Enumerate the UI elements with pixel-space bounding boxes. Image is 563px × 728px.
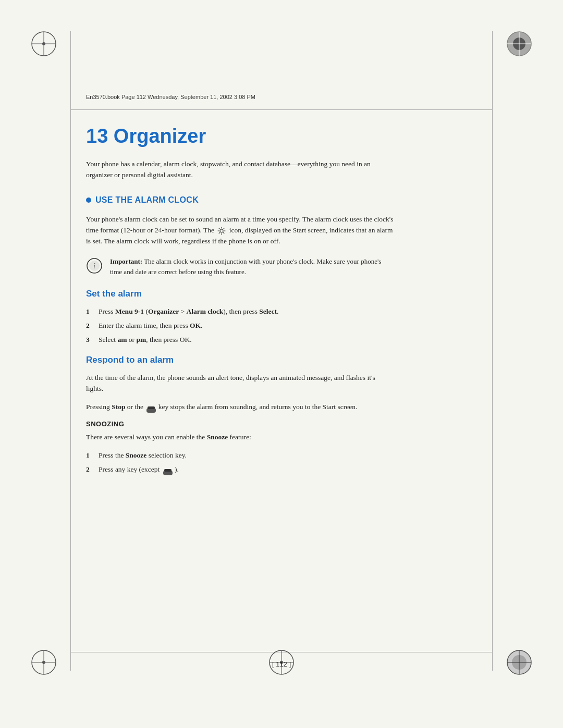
snooze-step-2-num: 2	[86, 464, 93, 475]
subsection-respond-alarm-heading: Respond to an alarm	[86, 355, 477, 365]
respond-body2-post: key stops the alarm from sounding, and r…	[158, 403, 358, 411]
important-icon: i	[86, 257, 103, 276]
step-1-text: Press Menu 9-1 (Organizer > Alarm clock)…	[99, 306, 477, 317]
corner-mark-br	[506, 649, 533, 676]
snooze-step-1-num: 1	[86, 450, 93, 461]
chapter-title-text: Organizer	[114, 125, 206, 147]
snooze-step-1-text: Press the Snooze selection key.	[99, 450, 477, 461]
snoozing-heading: SNOOZING	[86, 420, 477, 428]
important-label: Important:	[110, 257, 142, 265]
important-box: i Important: The alarm clock works in co…	[86, 256, 394, 277]
step-2: 2 Enter the alarm time, then press OK.	[86, 320, 477, 331]
respond-body2-pre: Pressing Stop or the	[86, 403, 145, 411]
intro-paragraph: Your phone has a calendar, alarm clock, …	[86, 159, 388, 181]
phone-end-key-icon	[146, 404, 155, 411]
page-number: [ 112 ]	[272, 660, 291, 668]
phone-end-key-icon-2	[163, 466, 172, 474]
content-area: 13 Organizer Your phone has a calendar, …	[86, 125, 477, 645]
important-body: The alarm clock works in conjunction wit…	[110, 257, 381, 276]
svg-rect-25	[148, 406, 155, 409]
step-1-num: 1	[86, 306, 93, 317]
page: En3570.book Page 112 Wednesday, Septembe…	[0, 0, 563, 728]
snooze-step-2-text: Press any key (except ).	[99, 464, 477, 475]
step-3-text: Select am or pm, then press OK.	[99, 335, 477, 346]
page-header: En3570.book Page 112 Wednesday, Septembe…	[86, 94, 477, 100]
snooze-step-2: 2 Press any key (except ).	[86, 464, 477, 475]
bullet-dot	[86, 198, 91, 203]
respond-body2: Pressing Stop or the key stops the alarm…	[86, 402, 394, 413]
snooze-step-1: 1 Press the Snooze selection key.	[86, 450, 477, 461]
step-2-text: Enter the alarm time, then press OK.	[99, 320, 477, 331]
vline-left	[70, 31, 71, 671]
chapter-number: 13	[86, 125, 108, 147]
svg-point-20	[220, 229, 223, 232]
step-2-num: 2	[86, 320, 93, 331]
chapter-title: 13 Organizer	[86, 125, 477, 147]
corner-mark-tr	[506, 30, 533, 57]
respond-body1: At the time of the alarm, the phone soun…	[86, 373, 394, 394]
svg-rect-27	[164, 469, 172, 472]
step-3: 3 Select am or pm, then press OK.	[86, 335, 477, 346]
step-1: 1 Press Menu 9-1 (Organizer > Alarm cloc…	[86, 306, 477, 317]
header-text: En3570.book Page 112 Wednesday, Septembe…	[86, 94, 255, 100]
svg-text:i: i	[93, 262, 95, 270]
corner-mark-tl	[30, 30, 57, 57]
snoozing-intro: There are several ways you can enable th…	[86, 432, 394, 443]
subsection-set-alarm-heading: Set the alarm	[86, 289, 477, 299]
header-line	[70, 109, 493, 110]
section-heading-text: USE THE ALARM CLOCK	[95, 195, 199, 205]
set-alarm-steps: 1 Press Menu 9-1 (Organizer > Alarm cloc…	[86, 306, 477, 346]
gear-icon	[217, 225, 226, 236]
step-3-num: 3	[86, 335, 93, 346]
corner-mark-bl	[30, 649, 57, 676]
important-text: Important: The alarm clock works in conj…	[110, 256, 394, 277]
section-body-text: Your phone's alarm clock can be set to s…	[86, 214, 394, 247]
section-alarm-clock-heading: USE THE ALARM CLOCK	[86, 195, 477, 205]
snoozing-steps: 1 Press the Snooze selection key. 2 Pres…	[86, 450, 477, 475]
vline-right	[492, 31, 493, 671]
